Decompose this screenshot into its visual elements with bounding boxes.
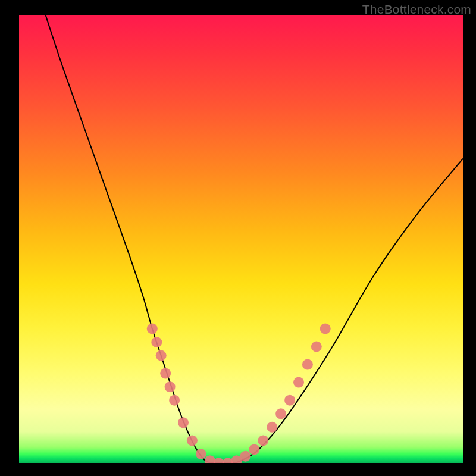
curve-marker [178, 417, 189, 428]
curve-marker [165, 381, 176, 392]
curve-marker [267, 422, 277, 433]
curve-marker [320, 323, 331, 334]
curve-marker [275, 408, 286, 419]
curve-marker [156, 350, 167, 361]
curve-marker [284, 395, 295, 406]
curve-marker [302, 359, 313, 370]
watermark-text: TheBottleneck.com [362, 2, 471, 17]
curve-marker [160, 368, 171, 379]
curve-marker [187, 435, 198, 446]
curve-svg [19, 15, 463, 463]
curve-marker [249, 444, 259, 455]
curve-marker [196, 449, 206, 459]
curve-marker [240, 451, 251, 462]
plot-area [19, 15, 463, 463]
curve-marker [293, 377, 304, 388]
curve-marker [258, 435, 268, 446]
bottleneck-curve [46, 15, 463, 463]
curve-marker [147, 323, 158, 334]
curve-marker [169, 395, 180, 406]
chart-frame: TheBottleneck.com [0, 0, 476, 476]
curve-marker [311, 342, 322, 352]
curve-marker [151, 337, 162, 347]
